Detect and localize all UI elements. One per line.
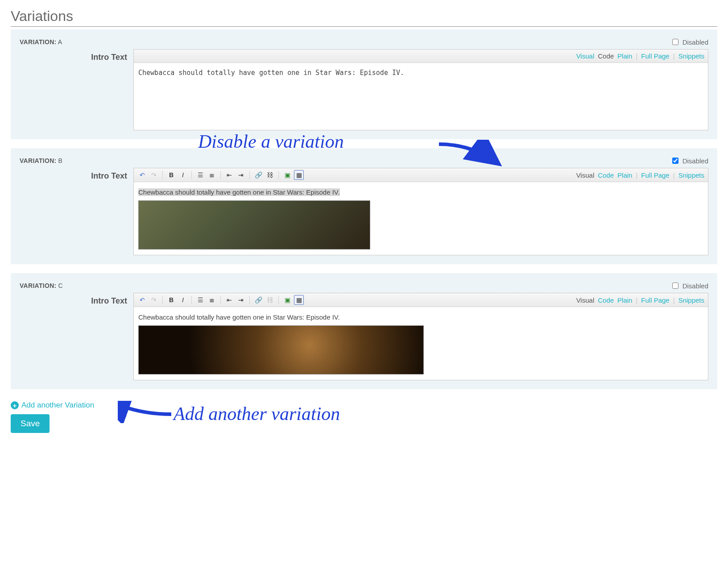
disabled-label: Disabled [682,38,708,46]
separator [278,296,279,304]
indent-icon[interactable]: ⇥ [236,170,246,180]
embedded-image[interactable] [138,325,424,374]
bold-icon[interactable]: B [166,295,176,305]
editor-wrap: ↶ ↷ B I ☰ ≣ ⇤ ⇥ 🔗 [133,293,708,380]
separator [191,296,192,304]
disabled-toggle[interactable]: Disabled [670,156,708,165]
tab-code[interactable]: Code [598,296,614,304]
disabled-checkbox[interactable] [672,158,678,164]
field-row: Intro Text ↶ ↷ B I ☰ ≣ [20,293,708,380]
italic-icon[interactable]: I [178,170,188,180]
number-list-icon[interactable]: ≣ [207,170,217,180]
editor-toolbar: ↶ ↷ B I ☰ ≣ ⇤ ⇥ 🔗 [134,168,708,182]
add-variation-label: Add another Variation [21,401,94,410]
field-row: Intro Text ↶ ↷ B I ☰ ≣ [20,168,708,255]
editor: Visual Code Plain | Full Page | Snippets… [133,49,708,130]
field-label: Intro Text [20,293,133,380]
embedded-image[interactable] [138,200,370,250]
field-label: Intro Text [20,49,133,130]
fullscreen-icon[interactable]: ▦ [294,170,304,180]
variation-word: VARIATION: [20,157,57,164]
variation-card-a: VARIATION: A Disabled Intro Text Visual … [11,29,717,139]
italic-icon[interactable]: I [178,295,188,305]
tab-full-page[interactable]: Full Page [641,296,669,304]
tab-plain[interactable]: Plain [617,52,632,60]
tab-plain[interactable]: Plain [617,171,632,179]
link-icon[interactable]: 🔗 [253,170,263,180]
variation-header: VARIATION: A Disabled [20,37,708,46]
tab-full-page[interactable]: Full Page [641,171,669,179]
editor-content: Chewbacca should totally have gotten one… [138,188,340,196]
separator: | [636,171,637,179]
separator: | [636,296,637,304]
image-icon[interactable]: ▣ [282,295,292,305]
editor-content: Chewbacca should totally have gotten one… [138,69,404,77]
indent-icon[interactable]: ⇥ [236,295,246,305]
tab-code[interactable]: Code [598,52,614,60]
editor-body-visual[interactable]: Chewbacca should totally have gotten one… [134,307,708,380]
variation-label: VARIATION: B [20,157,62,164]
tab-full-page[interactable]: Full Page [641,52,669,60]
editor-body-visual[interactable]: Chewbacca should totally have gotten one… [134,182,708,255]
separator [249,171,250,179]
unlink-icon[interactable]: ⛓ [265,295,275,305]
unlink-icon[interactable]: ⛓ [265,170,275,180]
editor-tabs: Visual Code Plain | Full Page | Snippets [576,52,704,60]
disabled-toggle[interactable]: Disabled [670,37,708,46]
tab-plain[interactable]: Plain [617,296,632,304]
undo-icon[interactable]: ↶ [137,295,147,305]
editor-wrap: Visual Code Plain | Full Page | Snippets… [133,49,708,130]
variation-id: C [58,282,62,289]
editor-tabs: Visual Code Plain | Full Page | Snippets [576,171,704,179]
tab-code[interactable]: Code [598,171,614,179]
number-list-icon[interactable]: ≣ [207,295,217,305]
disabled-label: Disabled [682,282,708,290]
tab-visual[interactable]: Visual [576,171,595,179]
variation-card-c: VARIATION: C Disabled Intro Text ↶ ↷ B [11,273,717,389]
link-icon[interactable]: 🔗 [253,295,263,305]
image-icon[interactable]: ▣ [282,170,292,180]
separator [220,171,221,179]
footer-actions: + Add another Variation Save [11,398,717,433]
redo-icon[interactable]: ↷ [149,170,159,180]
separator: | [673,52,675,60]
editor-wrap: ↶ ↷ B I ☰ ≣ ⇤ ⇥ 🔗 [133,168,708,255]
save-button[interactable]: Save [11,414,50,433]
plus-circle-icon: + [11,401,19,409]
bullet-list-icon[interactable]: ☰ [195,170,205,180]
variation-word: VARIATION: [20,282,57,289]
tab-snippets[interactable]: Snippets [678,171,704,179]
variation-header: VARIATION: C Disabled [20,281,708,290]
page-title: Variations [11,8,717,27]
tab-visual[interactable]: Visual [576,52,595,60]
variation-label: VARIATION: C [20,282,63,289]
variation-label: VARIATION: A [20,38,62,46]
bold-icon[interactable]: B [166,170,176,180]
outdent-icon[interactable]: ⇤ [224,170,234,180]
page-root: Variations VARIATION: A Disabled Intro T… [11,8,717,433]
separator [191,171,192,179]
editor: ↶ ↷ B I ☰ ≣ ⇤ ⇥ 🔗 [133,168,708,255]
editor-toolbar: Visual Code Plain | Full Page | Snippets [134,50,708,63]
editor: ↶ ↷ B I ☰ ≣ ⇤ ⇥ 🔗 [133,293,708,380]
tab-snippets[interactable]: Snippets [678,52,704,60]
separator [220,296,221,304]
separator [278,171,279,179]
toolbar-left: ↶ ↷ B I ☰ ≣ ⇤ ⇥ 🔗 [137,295,304,305]
undo-icon[interactable]: ↶ [137,170,147,180]
editor-toolbar: ↶ ↷ B I ☰ ≣ ⇤ ⇥ 🔗 [134,293,708,307]
disabled-checkbox[interactable] [672,39,678,45]
variation-card-b: VARIATION: B Disabled Intro Text ↶ ↷ B [11,148,717,264]
fullscreen-icon[interactable]: ▦ [294,295,304,305]
editor-body-code[interactable]: Chewbacca should totally have gotten one… [134,63,708,130]
tab-visual[interactable]: Visual [576,296,595,304]
add-variation-link[interactable]: + Add another Variation [11,401,94,410]
disabled-toggle[interactable]: Disabled [670,281,708,290]
separator [162,171,163,179]
redo-icon[interactable]: ↷ [149,295,159,305]
separator: | [636,52,637,60]
disabled-checkbox[interactable] [672,283,678,289]
outdent-icon[interactable]: ⇤ [224,295,234,305]
tab-snippets[interactable]: Snippets [678,296,704,304]
bullet-list-icon[interactable]: ☰ [195,295,205,305]
